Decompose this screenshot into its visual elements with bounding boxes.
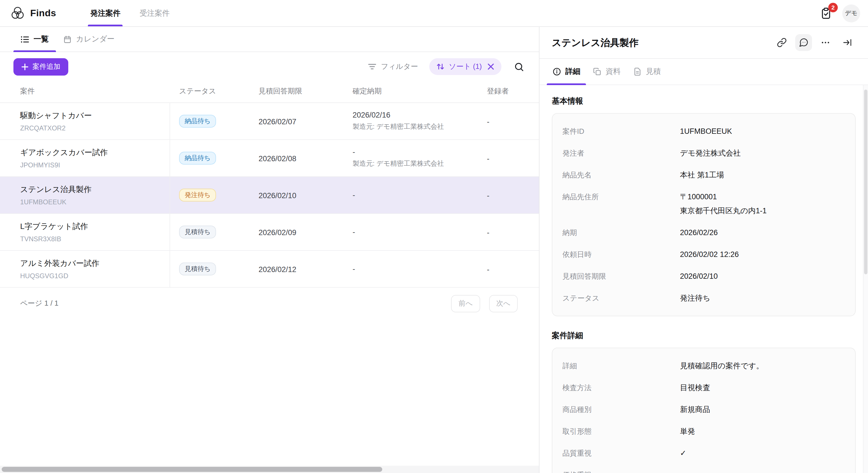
case-code: 1UFMBOEEUK: [20, 198, 169, 206]
add-case-button[interactable]: 案件追加: [13, 58, 68, 75]
close-panel-button[interactable]: [839, 34, 856, 51]
plus-icon: [21, 63, 29, 70]
app-root: Finds 発注案件 受注案件 2 デモ: [0, 0, 868, 473]
copy-link-button[interactable]: [773, 34, 790, 51]
info-value: 本社 第1工場: [680, 169, 724, 181]
more-options-button[interactable]: [817, 34, 834, 51]
vertical-scrollbar-track: [863, 85, 868, 473]
chat-button[interactable]: [795, 34, 812, 51]
vertical-scrollbar-thumb[interactable]: [864, 90, 867, 274]
case-code: ZRCQATXOR2: [20, 124, 169, 132]
manufacturer: 製造元: デモ精密工業株式会社: [352, 122, 478, 131]
quality-check-mark: ✓: [680, 447, 686, 459]
section-heading-case-detail: 案件詳細: [552, 331, 856, 341]
address-line: 東京都千代田区丸の内1-1: [680, 205, 767, 217]
sort-label: ソート (1): [449, 62, 482, 72]
table-row[interactable]: L字ブラケット試作 TVNSR3X8IB 見積待ち 2026/02/09 - -: [0, 214, 539, 251]
info-label: 見積回答期限: [562, 270, 680, 282]
info-row: 納品先名 本社 第1工場: [562, 164, 845, 186]
table-row[interactable]: ギアボックスカバー試作 JPOHMYIS9I 納品待ち 2026/02/08 -…: [0, 140, 539, 177]
sort-chip[interactable]: ソート (1): [429, 58, 501, 75]
avatar-label: デモ: [845, 9, 857, 17]
info-row: ステータス 発注待ち: [562, 287, 845, 309]
basic-info-card: 案件ID 1UFMBOEEUK 発注者 デモ発注株式会社 納品先名 本社 第1工…: [552, 113, 856, 316]
nav-item-sales-cases[interactable]: 受注案件: [132, 0, 177, 26]
table-row[interactable]: アルミ外装カバー試作 HUQSGVG1GD 見積待ち 2026/02/12 - …: [0, 251, 539, 288]
clear-sort-icon[interactable]: [488, 63, 494, 70]
info-label: 案件ID: [562, 125, 680, 137]
info-label: 納品先名: [562, 169, 680, 181]
quote-deadline: 2026/02/07: [258, 117, 296, 126]
column-header-status: ステータス: [170, 86, 250, 96]
confirmed-delivery: 2026/02/16: [352, 111, 478, 119]
info-value: 2026/02/10: [680, 270, 718, 282]
tab-label: 一覧: [34, 34, 49, 44]
page-indicator: ページ 1 / 1: [20, 298, 59, 308]
sort-arrows-icon: [436, 63, 444, 70]
confirmed-delivery: -: [352, 148, 478, 156]
column-header-quote-deadline: 見積回答期限: [250, 86, 344, 96]
panel-tab-label: 資料: [606, 67, 621, 77]
collapse-panel-icon: [842, 37, 852, 48]
search-button[interactable]: [513, 60, 526, 73]
registrant: -: [487, 117, 489, 126]
status-badge: 見積待ち: [179, 226, 216, 238]
nav-item-order-cases[interactable]: 発注案件: [83, 0, 128, 26]
notification-badge: 2: [828, 2, 838, 12]
registrant: -: [487, 154, 489, 162]
info-row: 発注者 デモ発注株式会社: [562, 142, 845, 164]
info-value: 単発: [680, 425, 695, 437]
brand-name: Finds: [30, 7, 56, 19]
info-value: 新規商品: [680, 404, 710, 415]
info-value: 2026/02/26: [680, 227, 718, 238]
brand: Finds: [8, 6, 56, 21]
info-label: 納期: [562, 227, 680, 238]
avatar[interactable]: デモ: [842, 4, 860, 22]
info-row: 依頼日時 2026/02/02 12:26: [562, 243, 845, 265]
add-case-label: 案件追加: [32, 62, 60, 71]
case-name: ステンレス治具製作: [20, 184, 169, 195]
header-right: 2 デモ: [819, 4, 860, 22]
info-row: 詳細 見積確認用の案件です。: [562, 355, 845, 377]
info-label: 詳細: [562, 360, 680, 372]
app-header: Finds 発注案件 受注案件 2 デモ: [0, 0, 868, 27]
info-row: 価格重視 -: [562, 464, 845, 473]
tab-list-view[interactable]: 一覧: [13, 27, 56, 52]
pagination: ページ 1 / 1 前へ 次へ: [0, 288, 539, 319]
registrant: -: [487, 265, 489, 273]
toolbar-right: フィルター ソート (1): [367, 58, 526, 75]
info-label: ステータス: [562, 292, 680, 304]
info-value: 〒1000001 東京都千代田区丸の内1-1: [680, 191, 767, 217]
horizontal-scrollbar-thumb[interactable]: [2, 467, 382, 472]
info-row: 案件ID 1UFMBOEEUK: [562, 120, 845, 142]
copy-files-icon: [593, 67, 601, 76]
prev-page-button[interactable]: 前へ: [451, 295, 480, 312]
info-label: 価格重視: [562, 469, 680, 473]
column-header-registrant: 登録者: [478, 86, 539, 96]
status-badge: 見積待ち: [179, 263, 216, 275]
registrant: -: [487, 191, 489, 200]
table-header-row: 案件 ステータス 見積回答期限 確定納期 登録者: [0, 80, 539, 103]
filter-label: フィルター: [381, 62, 418, 72]
filter-button[interactable]: フィルター: [367, 62, 418, 72]
table-row[interactable]: 駆動シャフトカバー ZRCQATXOR2 納品待ち 2026/02/07 202…: [0, 103, 539, 140]
manufacturer: 製造元: デモ精密工業株式会社: [352, 159, 478, 169]
tab-calendar-view[interactable]: カレンダー: [56, 27, 122, 52]
view-tabs: 一覧 カレンダー: [0, 27, 539, 52]
info-row: 商品種別 新規商品: [562, 398, 845, 420]
tasks-notification-button[interactable]: 2: [819, 6, 833, 21]
info-value: -: [680, 469, 682, 473]
table-row-selected[interactable]: ステンレス治具製作 1UFMBOEEUK 発注待ち 2026/02/10 - -: [0, 177, 539, 214]
case-name: L字ブラケット試作: [20, 221, 169, 232]
info-value: 1UFMBOEEUK: [680, 125, 732, 137]
panel-tab-documents[interactable]: 資料: [587, 59, 627, 85]
list-icon: [21, 35, 29, 43]
postal-code: 〒1000001: [680, 193, 717, 201]
panel-tab-label: 詳細: [565, 67, 580, 77]
quote-deadline: 2026/02/10: [258, 191, 296, 200]
panel-tab-details[interactable]: 詳細: [546, 59, 587, 85]
next-page-button[interactable]: 次へ: [489, 295, 518, 312]
chat-bubble-icon: [799, 37, 809, 48]
quote-deadline: 2026/02/08: [258, 154, 296, 162]
panel-tab-quote[interactable]: 見積: [627, 59, 667, 85]
